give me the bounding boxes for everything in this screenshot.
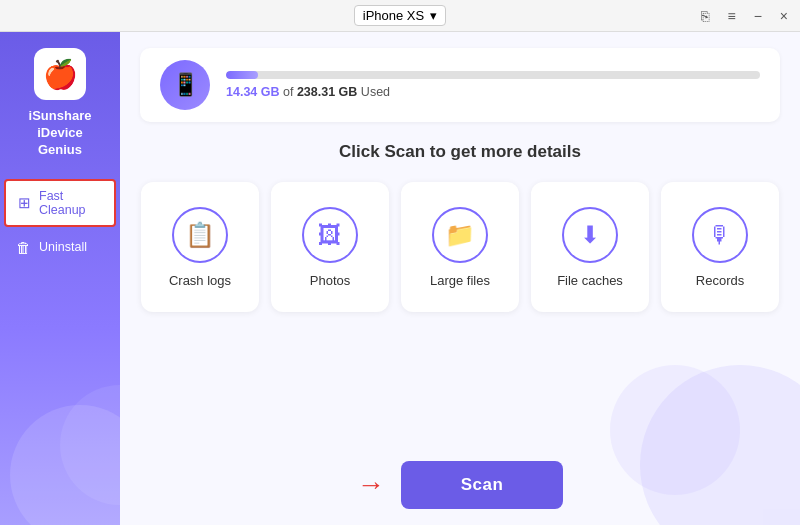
crash-logs-icon-circle: 📋 (172, 207, 228, 263)
records-label: Records (696, 273, 744, 288)
logo-icon: 🍎 (43, 58, 78, 91)
feature-cards: 📋 Crash logs 🖼 Photos 📁 Large files ⬇ (140, 182, 780, 312)
dropdown-arrow-icon: ▾ (430, 8, 437, 23)
phone-icon: 📱 (172, 72, 199, 98)
title-bar: iPhone XS ▾ ⎘ ≡ − × (0, 0, 800, 32)
feature-card-large-files[interactable]: 📁 Large files (401, 182, 519, 312)
file-caches-icon: ⬇ (580, 221, 600, 249)
feature-card-records[interactable]: 🎙 Records (661, 182, 779, 312)
close-button[interactable]: × (776, 8, 792, 24)
feature-card-crash-logs[interactable]: 📋 Crash logs (141, 182, 259, 312)
device-selector[interactable]: iPhone XS ▾ (354, 5, 446, 26)
storage-bar-fill (226, 71, 258, 79)
file-caches-label: File caches (557, 273, 623, 288)
title-bar-controls: ⎘ ≡ − × (697, 8, 792, 24)
sidebar-item-uninstall[interactable]: 🗑 Uninstall (4, 231, 116, 264)
sidebar-menu: ⊞ Fast Cleanup 🗑 Uninstall (0, 179, 120, 264)
photos-icon-circle: 🖼 (302, 207, 358, 263)
device-selector-value: iPhone XS (363, 8, 424, 23)
crash-logs-label: Crash logs (169, 273, 231, 288)
photos-icon: 🖼 (318, 221, 342, 249)
large-files-icon: 📁 (445, 221, 475, 249)
feature-card-photos[interactable]: 🖼 Photos (271, 182, 389, 312)
sidebar-item-fast-cleanup-label: Fast Cleanup (39, 189, 102, 217)
sidebar-item-uninstall-label: Uninstall (39, 240, 87, 254)
minimize-button[interactable]: − (750, 8, 766, 24)
share-button[interactable]: ⎘ (697, 8, 713, 24)
sidebar: 🍎 iSunshareiDeviceGenius ⊞ Fast Cleanup … (0, 32, 120, 525)
app-name: iSunshareiDeviceGenius (29, 108, 92, 159)
file-caches-icon-circle: ⬇ (562, 207, 618, 263)
storage-bar-track (226, 71, 760, 79)
menu-button[interactable]: ≡ (723, 8, 739, 24)
feature-card-file-caches[interactable]: ⬇ File caches (531, 182, 649, 312)
storage-text: 14.34 GB of 238.31 GB Used (226, 85, 760, 99)
records-icon-circle: 🎙 (692, 207, 748, 263)
scan-arrow-icon: → (357, 469, 385, 501)
crash-logs-icon: 📋 (185, 221, 215, 249)
uninstall-icon: 🗑 (16, 239, 31, 256)
large-files-label: Large files (430, 273, 490, 288)
photos-label: Photos (310, 273, 350, 288)
scan-prompt: Click Scan to get more details (140, 142, 780, 162)
fast-cleanup-icon: ⊞ (18, 194, 31, 212)
storage-suffix: Used (361, 85, 390, 99)
device-icon: 📱 (160, 60, 210, 110)
storage-used: 14.34 GB (226, 85, 280, 99)
device-storage: 14.34 GB of 238.31 GB Used (226, 71, 760, 99)
storage-total: 238.31 GB (297, 85, 357, 99)
content-area: 📱 14.34 GB of 238.31 GB Used Click Scan … (120, 32, 800, 525)
app-logo: 🍎 (34, 48, 86, 100)
device-info-bar: 📱 14.34 GB of 238.31 GB Used (140, 48, 780, 122)
scan-section: → Scan (140, 461, 780, 509)
scan-button[interactable]: Scan (401, 461, 564, 509)
records-icon: 🎙 (708, 221, 732, 249)
sidebar-item-fast-cleanup[interactable]: ⊞ Fast Cleanup (4, 179, 116, 227)
large-files-icon-circle: 📁 (432, 207, 488, 263)
main-layout: 🍎 iSunshareiDeviceGenius ⊞ Fast Cleanup … (0, 32, 800, 525)
storage-of: of (283, 85, 297, 99)
